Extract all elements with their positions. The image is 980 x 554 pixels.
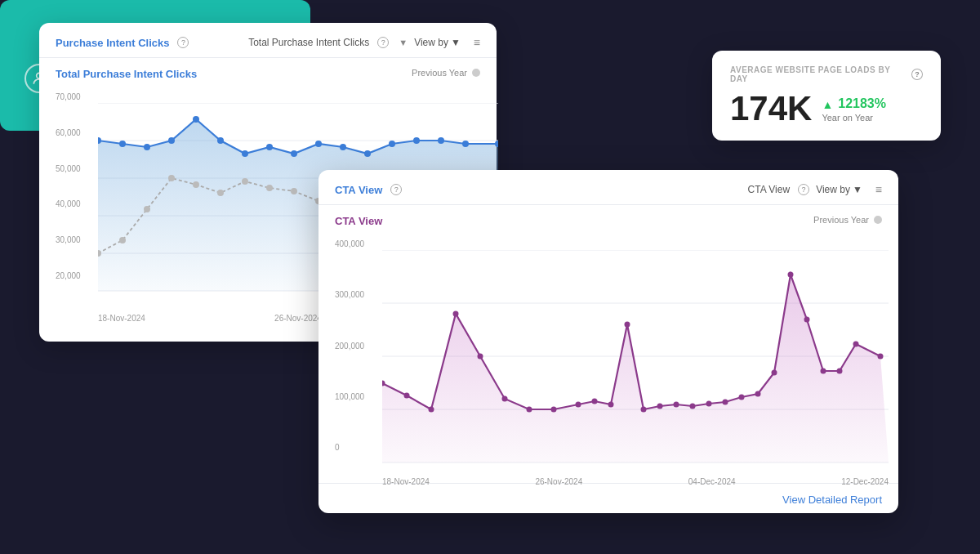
cta-viewby-arrow: ▼ [853, 184, 862, 195]
purchase-dot [364, 150, 371, 157]
purchase-dot [462, 141, 469, 147]
cta-y-label-5: 0 [335, 443, 364, 452]
cta-dot [821, 369, 826, 374]
cta-chart-area: CTA View Previous Year 400,000 300,000 2… [318, 205, 898, 483]
cta-legend-dot [874, 216, 882, 224]
purchase-dot [266, 144, 273, 150]
purchase-dot [168, 137, 175, 144]
cta-dot [527, 407, 532, 413]
cta-dot [478, 354, 483, 360]
y-label-1: 70,000 [56, 92, 81, 101]
cta-legend-label: Previous Year [813, 215, 869, 225]
cta-dot [853, 342, 859, 347]
purchase-prev-dot [266, 185, 273, 191]
purchase-header-info-icon[interactable]: ? [377, 37, 389, 48]
purchase-dot [291, 150, 297, 157]
cta-menu-icon[interactable]: ≡ [875, 183, 882, 196]
cta-x-label-4: 12-Dec-2024 [841, 477, 889, 486]
cta-x-axis: 18-Nov-2024 26-Nov-2024 04-Dec-2024 12-D… [382, 477, 889, 486]
cta-dot [576, 402, 581, 408]
cta-dot [608, 402, 614, 408]
cta-viewby-label: View by [816, 184, 850, 195]
purchase-header-label: Total Purchase Intent Clicks [248, 37, 369, 48]
purchase-dot [438, 137, 444, 144]
avg-pct: 12183% [838, 96, 886, 111]
y-label-6: 20,000 [56, 271, 81, 280]
purchase-prev-dot [168, 175, 175, 181]
purchase-dot [389, 141, 395, 147]
purchase-viewby[interactable]: View by ▼ [414, 37, 461, 48]
cta-dot [788, 272, 794, 278]
purchase-menu-icon[interactable]: ≡ [474, 36, 480, 49]
purchase-legend: Previous Year [412, 68, 480, 78]
cta-viewby[interactable]: View by ▼ [816, 184, 862, 195]
cta-dot [453, 311, 459, 317]
purchase-prev-dot [291, 188, 297, 194]
avg-yoy: Year on Year [822, 113, 873, 123]
cta-dot [551, 407, 557, 413]
y-label-2: 60,000 [56, 128, 81, 137]
cta-dot [755, 391, 761, 397]
purchase-legend-dot [472, 69, 480, 77]
avg-value: 174K [730, 90, 812, 127]
purchase-legend-label: Previous Year [412, 68, 467, 78]
cta-dot [878, 354, 884, 360]
cta-y-label-4: 100,000 [335, 392, 364, 401]
cta-dot [429, 407, 434, 413]
cta-dot [404, 393, 410, 399]
avg-label-text: Average Website Page Loads by Day [730, 65, 906, 83]
cta-chart-svg [382, 250, 889, 471]
purchase-prev-dot [193, 181, 199, 188]
x-label-2: 26-Nov-2024 [274, 314, 322, 323]
cta-dot [641, 407, 647, 413]
cta-x-label-3: 04-Dec-2024 [688, 477, 736, 486]
cta-tab-info-icon[interactable]: ? [390, 184, 402, 195]
avg-label: Average Website Page Loads by Day ? [730, 65, 923, 83]
y-label-5: 30,000 [56, 235, 81, 244]
avg-info-icon[interactable]: ? [911, 69, 923, 80]
purchase-viewby-label: View by [414, 37, 448, 48]
cta-legend: Previous Year [813, 215, 882, 225]
purchase-dot [144, 144, 150, 150]
purchase-dot [217, 137, 224, 144]
purchase-dot [119, 141, 126, 147]
purchase-header-arrow[interactable]: ▼ [399, 38, 408, 47]
cta-view-card: CTA View ? CTA View ? View by ▼ ≡ CTA Vi… [318, 170, 898, 513]
cta-dot [772, 370, 777, 376]
view-detailed-report-link[interactable]: View Detailed Report [782, 494, 882, 506]
cta-dot [723, 400, 728, 405]
purchase-dot [193, 116, 199, 123]
purchase-y-axis: 70,000 60,000 50,000 40,000 30,000 20,00… [56, 92, 81, 280]
cta-dot [690, 404, 696, 409]
purchase-viewby-arrow: ▼ [451, 37, 461, 48]
purchase-dot [315, 141, 322, 147]
cta-dot [502, 396, 508, 402]
cta-tab-title[interactable]: CTA View [335, 184, 382, 196]
cta-y-axis: 400,000 300,000 200,000 100,000 0 [335, 239, 364, 452]
cta-x-label-1: 18-Nov-2024 [382, 477, 430, 486]
cta-y-label-1: 400,000 [335, 239, 364, 248]
cta-dot [625, 322, 630, 328]
purchase-prev-dot [242, 178, 248, 185]
cta-chart-title: CTA View [335, 215, 882, 227]
cta-dot [804, 317, 810, 323]
cta-dot [674, 402, 679, 408]
cta-dot [592, 399, 598, 404]
purchase-prev-dot [217, 190, 224, 196]
purchase-card-header: Purchase Intent Clicks ? Total Purchase … [39, 23, 497, 58]
purchase-tab-info-icon[interactable]: ? [177, 37, 189, 48]
cta-header-label: CTA View [748, 184, 791, 195]
avg-up-arrow: ▲ [822, 98, 833, 111]
purchase-tab-title[interactable]: Purchase Intent Clicks [56, 37, 169, 49]
cta-x-label-2: 26-Nov-2024 [535, 477, 582, 486]
y-label-4: 40,000 [56, 199, 81, 208]
cta-dot [837, 369, 843, 374]
cta-dot [706, 401, 712, 407]
x-label-1: 18-Nov-2024 [98, 314, 145, 323]
cta-dot [657, 404, 663, 409]
cta-header-info-icon[interactable]: ? [798, 184, 809, 195]
purchase-prev-dot [119, 237, 126, 243]
cta-card-header: CTA View ? CTA View ? View by ▼ ≡ [318, 170, 898, 205]
avg-website-card: Average Website Page Loads by Day ? 174K… [712, 51, 941, 141]
cta-dot [739, 395, 745, 400]
